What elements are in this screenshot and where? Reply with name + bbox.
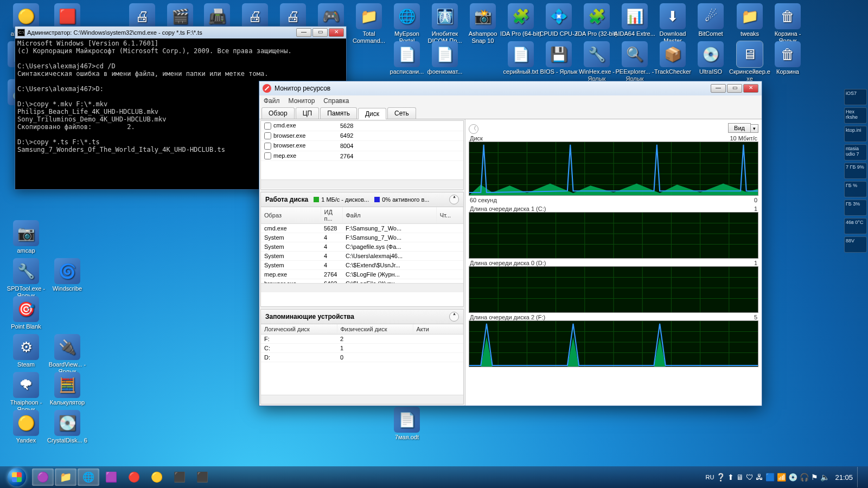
tab-Диск[interactable]: Диск: [358, 108, 386, 119]
taskbar-app[interactable]: 🟡: [146, 468, 168, 486]
desktop-icon[interactable]: 💿UltraISO: [690, 41, 731, 75]
column-header[interactable]: Физический диск: [337, 324, 413, 335]
close-button[interactable]: ✕: [743, 84, 758, 93]
tray-icon[interactable]: 🎧: [800, 473, 809, 481]
gadget-chip[interactable]: iOS7: [844, 89, 867, 105]
tab-ЦП[interactable]: ЦП: [296, 107, 320, 119]
desktop-icon[interactable]: 📄фоенкомат...: [424, 41, 465, 75]
close-button[interactable]: ✕: [329, 28, 344, 37]
show-desktop-button[interactable]: [857, 467, 863, 487]
desktop-icon[interactable]: 💾BIOS - Ярлык: [538, 41, 579, 75]
desktop-icon[interactable]: 🩻Инобитек DICOM Пр...: [424, 3, 465, 44]
gadget-chip[interactable]: ktop.ini: [844, 126, 867, 142]
taskbar-app[interactable]: 🔴: [123, 468, 145, 486]
gadget-chip[interactable]: ГБ 3%: [844, 200, 867, 216]
desktop-icon[interactable]: ☄BitComet: [690, 3, 731, 37]
resmon-tabs[interactable]: ОбзорЦППамятьДискСеть: [259, 106, 762, 119]
collapse-graph-button[interactable]: 〈: [469, 124, 478, 134]
taskbar-app[interactable]: 📁: [55, 468, 76, 486]
column-header[interactable]: Файл: [342, 207, 436, 224]
desktop-icon[interactable]: 🖥Скринсейвер.exe: [729, 41, 770, 82]
process-table[interactable]: cmd.exe5628browser.exe6492browser.exe800…: [261, 121, 463, 161]
desktop-icon[interactable]: 🔌BoardView... - Ярлык: [47, 334, 88, 375]
storage-header[interactable]: Запоминающие устройства ˄: [261, 310, 463, 324]
gadget-chip[interactable]: Hex rkshe: [844, 107, 867, 124]
desktop-icon[interactable]: 🧩IDA Pro (64-bit): [500, 3, 541, 37]
desktop-icon[interactable]: 🗑Корзина - Ярлык: [767, 3, 808, 44]
column-header[interactable]: Чт...: [436, 207, 463, 224]
cmd-titlebar[interactable]: C:\ Администратор: C:\Windows\system32\c…: [15, 27, 346, 38]
process-row[interactable]: browser.exe8004: [261, 141, 463, 151]
tray-icon[interactable]: 🔈: [820, 473, 829, 481]
taskbar-app[interactable]: 🟪: [100, 468, 122, 486]
tab-Память[interactable]: Память: [320, 107, 357, 119]
gadget-chip[interactable]: ГБ %: [844, 181, 867, 197]
tray-icon[interactable]: 💿: [788, 473, 797, 481]
disk-row[interactable]: browser.exe6492C:\$LogFile (Журн...: [261, 279, 463, 284]
desktop-icon[interactable]: 🌪Thaiphoon - Ярлык: [5, 372, 47, 413]
desktop-icon[interactable]: 📦TrackChecker: [652, 41, 693, 75]
language-indicator[interactable]: RU: [706, 474, 714, 480]
desktop-icon[interactable]: 📁Total Command...: [348, 3, 390, 44]
tab-Обзор[interactable]: Обзор: [261, 107, 295, 119]
desktop-icon[interactable]: 📷amcap: [5, 220, 47, 254]
column-header[interactable]: Логический диск: [261, 324, 337, 335]
tray-icon[interactable]: 🖥: [736, 473, 744, 481]
tray-icon[interactable]: ⬆: [727, 473, 734, 481]
desktop-icon[interactable]: 🟡Yandex: [5, 410, 47, 444]
process-row[interactable]: cmd.exe5628: [261, 121, 463, 131]
column-header[interactable]: Акти: [413, 324, 463, 335]
storage-row[interactable]: C:1: [261, 344, 463, 353]
process-checkbox[interactable]: [264, 143, 271, 150]
desktop-icon[interactable]: 🎯Point Blank: [5, 296, 47, 330]
column-header[interactable]: ИД п...: [321, 207, 342, 224]
disk-row[interactable]: cmd.exe5628F:\Samsung_7_Wo...: [261, 224, 463, 233]
menu-item[interactable]: Монитор: [289, 97, 315, 105]
system-tray[interactable]: RU ❔⬆🖥🛡🖧🟦📶💿🎧⚑🔈 21:05: [706, 467, 866, 487]
desktop-icon[interactable]: 🔍PEExplorer... - Ярлык: [614, 41, 655, 82]
clock[interactable]: 21:05: [835, 473, 853, 481]
desktop-icon[interactable]: 🗑Корзина: [767, 41, 808, 75]
desktop-icon[interactable]: 📊AIDA64 Extre...: [614, 3, 655, 37]
taskbar-app[interactable]: ⬛: [169, 468, 190, 486]
column-header[interactable]: Образ: [261, 207, 321, 224]
process-checkbox[interactable]: [264, 152, 271, 159]
maximize-button[interactable]: ▭: [727, 84, 742, 93]
disk-activity-table[interactable]: ОбразИД п...ФайлЧт...cmd.exe5628F:\Samsu…: [261, 207, 463, 283]
disk-row[interactable]: System4C:\$Extend\$UsnJr...: [261, 261, 463, 270]
menu-item[interactable]: Справка: [323, 97, 349, 105]
menu-item[interactable]: Файл: [264, 97, 280, 105]
desktop-icon[interactable]: 💠CPUID CPU-Z: [538, 3, 579, 37]
disk-row[interactable]: System4C:\Users\alexmaj46...: [261, 252, 463, 261]
storage-row[interactable]: F:2: [261, 335, 463, 344]
scrollbar-horizontal[interactable]: [261, 179, 463, 189]
process-checkbox[interactable]: [264, 132, 271, 139]
desktop-icon[interactable]: 📁tweaks: [729, 3, 770, 37]
tray-icon[interactable]: 🖧: [756, 473, 763, 481]
gadget-chip[interactable]: 7 ГБ 9%: [844, 163, 867, 179]
desktop-icon[interactable]: 📄расписани...: [386, 41, 427, 75]
taskbar-app[interactable]: 🟣: [32, 468, 54, 486]
gadget-chip[interactable]: 46в 0°C: [844, 218, 867, 234]
desktop-icon[interactable]: ⬇Download Master: [652, 3, 693, 44]
desktop-icon[interactable]: 🔧WinHex.exe - Ярлык: [576, 41, 617, 82]
taskbar-app[interactable]: 🌐: [78, 468, 99, 486]
maximize-button[interactable]: ▭: [312, 28, 328, 37]
scrollbar-horizontal[interactable]: [261, 283, 463, 292]
resmon-menubar[interactable]: ФайлМониторСправка: [259, 95, 762, 106]
desktop-icon[interactable]: 🔧SPDTool.exe - Ярлык: [5, 258, 47, 299]
resmon-titlebar[interactable]: Монитор ресурсов — ▭ ✕: [259, 81, 762, 95]
view-button[interactable]: Вид: [728, 123, 751, 133]
tray-icon[interactable]: ⚑: [811, 473, 818, 481]
desktop-icon[interactable]: 🌀Windscribe: [47, 258, 88, 292]
storage-table[interactable]: Логический дискФизический дискАктиF:2C:1…: [261, 324, 463, 362]
desktop-icon[interactable]: 📄7мая.odt: [386, 407, 427, 441]
disk-row[interactable]: mep.exe2764C:\$LogFile (Журн...: [261, 270, 463, 279]
disk-activity-header[interactable]: Работа диска 1 МБ/с - дисков... 0% актив…: [261, 192, 463, 207]
collapse-button[interactable]: ˄: [449, 195, 459, 204]
tray-icon[interactable]: 📶: [777, 473, 786, 481]
disk-row[interactable]: System4C:\pagefile.sys (Фа...: [261, 242, 463, 252]
minimize-button[interactable]: —: [711, 84, 726, 93]
desktop-icon[interactable]: 📄серийный.txt: [500, 41, 541, 75]
desktop-icon[interactable]: 🧮Калькулятор: [47, 372, 88, 406]
